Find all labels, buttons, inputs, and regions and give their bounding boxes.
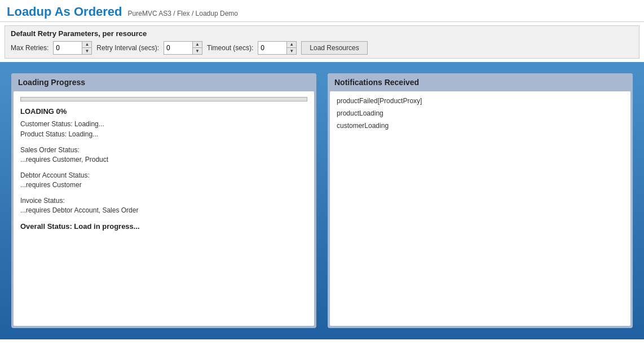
retry-interval-input-group: ▲ ▼: [164, 41, 202, 55]
params-controls: Max Retries: ▲ ▼ Retry Interval (secs): …: [11, 41, 633, 55]
retry-interval-spinners: ▲ ▼: [192, 42, 202, 54]
sales-order-section: Sales Order Status: ...requires Customer…: [20, 146, 307, 163]
customer-status: Customer Status: Loading...: [20, 120, 307, 128]
max-retries-input[interactable]: [54, 42, 82, 54]
timeout-input[interactable]: [258, 42, 286, 54]
timeout-input-group: ▲ ▼: [258, 41, 297, 55]
notification-item: productLoading: [337, 109, 624, 117]
timeout-spinners: ▲ ▼: [286, 42, 296, 54]
retry-interval-input[interactable]: [164, 42, 192, 54]
loading-header: LOADING 0%: [20, 107, 307, 116]
sales-order-label: Sales Order Status:: [20, 146, 307, 154]
progress-bar-container: [20, 97, 307, 101]
max-retries-up[interactable]: ▲: [82, 42, 91, 48]
notifications-panel: Notifications Received productFailed[Pro…: [328, 73, 633, 328]
max-retries-input-group: ▲ ▼: [53, 41, 92, 55]
debtor-account-detail: ...requires Customer: [20, 181, 307, 189]
notification-item: customerLoading: [337, 122, 624, 130]
product-status: Product Status: Loading...: [20, 130, 307, 138]
loading-panel-title: Loading Progress: [11, 73, 316, 91]
loading-panel: Loading Progress LOADING 0% Customer Sta…: [11, 73, 316, 328]
invoice-detail: ...requires Debtor Account, Sales Order: [20, 206, 307, 214]
invoice-section: Invoice Status: ...requires Debtor Accou…: [20, 197, 307, 214]
timeout-up[interactable]: ▲: [287, 42, 296, 48]
debtor-account-label: Debtor Account Status:: [20, 171, 307, 179]
retry-interval-down[interactable]: ▼: [193, 48, 202, 54]
max-retries-down[interactable]: ▼: [82, 48, 91, 54]
timeout-label: Timeout (secs):: [207, 44, 253, 52]
params-bar: Default Retry Parameters, per resource M…: [5, 25, 639, 59]
retry-interval-up[interactable]: ▲: [193, 42, 202, 48]
notifications-panel-body: productFailed[ProductProxy]productLoadin…: [330, 91, 630, 326]
loading-panel-body: LOADING 0% Customer Status: Loading... P…: [14, 91, 314, 326]
debtor-account-section: Debtor Account Status: ...requires Custo…: [20, 171, 307, 189]
load-resources-button[interactable]: Load Resources: [301, 41, 367, 55]
overall-status: Overall Status: Load in progress...: [20, 222, 307, 231]
timeout-down[interactable]: ▼: [287, 48, 296, 54]
max-retries-spinners: ▲ ▼: [82, 42, 91, 54]
app-title: Loadup As Ordered: [7, 5, 122, 19]
main-content: Loading Progress LOADING 0% Customer Sta…: [0, 62, 644, 339]
invoice-label: Invoice Status:: [20, 197, 307, 205]
sales-order-detail: ...requires Customer, Product: [20, 156, 307, 163]
max-retries-label: Max Retries:: [11, 44, 48, 52]
notifications-panel-title: Notifications Received: [328, 73, 633, 91]
retry-interval-label: Retry Interval (secs):: [96, 44, 159, 52]
app-subtitle: PureMVC AS3 / Flex / Loadup Demo: [128, 10, 238, 17]
notification-item: productFailed[ProductProxy]: [337, 97, 624, 105]
params-title: Default Retry Parameters, per resource: [11, 29, 633, 38]
header: Loadup As Ordered PureMVC AS3 / Flex / L…: [0, 0, 644, 22]
